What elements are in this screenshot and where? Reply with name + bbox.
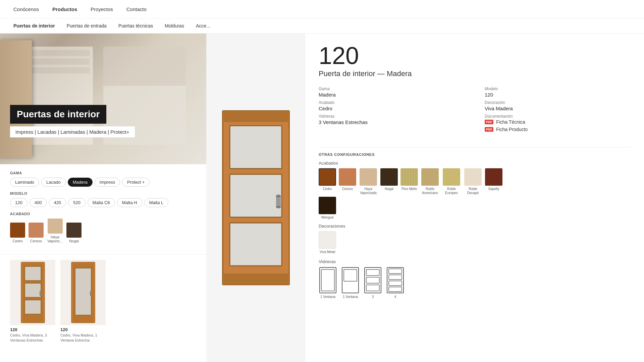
- product-name-1: 120: [60, 327, 106, 332]
- filter-malta-c6[interactable]: Malta C6: [88, 198, 115, 207]
- vidriera-three[interactable]: 3: [364, 267, 382, 299]
- info-grid: Gama Madera Modelo 120 Acabado Cedro Dec…: [319, 86, 631, 139]
- acabado-roble-am-swatch[interactable]: [421, 168, 439, 186]
- acabado-cedro-swatch[interactable]: [319, 168, 336, 186]
- filter-laminado[interactable]: Laminado: [10, 178, 39, 187]
- nav-proyectos[interactable]: Proyectos: [91, 6, 113, 12]
- ficha-producto-link[interactable]: PDF Ficha Producto: [485, 127, 631, 132]
- acabado-sapelly: Sapelly: [485, 168, 502, 195]
- left-panel: Puertas de interior Impress | Lacadas | …: [0, 34, 206, 362]
- acabados-section-label: Acabados: [319, 161, 631, 166]
- hero-banner: Puertas de interior Impress | Lacadas | …: [0, 34, 206, 164]
- filter-420[interactable]: 420: [49, 198, 66, 207]
- decoraciones-label: Decoraciones: [319, 224, 631, 229]
- acabado-haya-swatch[interactable]: [360, 168, 377, 186]
- svg-rect-8: [25, 283, 41, 297]
- gama-field-label: Gama: [319, 86, 465, 91]
- acabado-sapelly-label: Sapelly: [488, 187, 499, 191]
- subnav-tecnicas[interactable]: Puertas técnicas: [118, 23, 153, 28]
- acabado-roble-eu-label: Roble Europeo: [442, 187, 461, 195]
- right-panel: 120 Puerta de interior — Madera Gama Mad…: [206, 34, 644, 362]
- acabado-roble-eu-swatch[interactable]: [443, 168, 460, 186]
- subnav-molduras[interactable]: Molduras: [165, 23, 184, 28]
- hero-subtitle: Impress | Lacadas | Laminadas | Madera |…: [10, 126, 135, 137]
- product-card-1[interactable]: 120 Cedro, Viva Madera, 1 Ventana Estrec…: [60, 260, 106, 343]
- filter-malta-l[interactable]: Malta L: [144, 198, 169, 207]
- subnav-entrada[interactable]: Puertas de entrada: [67, 23, 107, 28]
- swatch-cerezo: Cerezo: [29, 223, 44, 243]
- nav-contacto[interactable]: Contacto: [126, 6, 147, 12]
- svg-rect-10: [40, 291, 41, 296]
- documentacion-label: Documentación: [485, 114, 631, 119]
- svg-rect-30: [230, 126, 282, 169]
- acabado-wengue-swatch[interactable]: [319, 197, 336, 214]
- svg-rect-38: [321, 269, 334, 291]
- vidriera-label-3: 4: [394, 295, 396, 299]
- hero-title: Puertas de interior: [10, 105, 106, 124]
- swatch-nogal-label: Nogal: [69, 239, 79, 243]
- swatch-cedro-color[interactable]: [10, 223, 25, 238]
- product-desc-1: Cedro, Viva Madera, 1 Ventana Estrecha: [60, 333, 106, 343]
- swatch-nogal-color[interactable]: [66, 223, 82, 238]
- product-info: 120 Puerta de interior — Madera Gama Mad…: [305, 34, 644, 362]
- nav-productos[interactable]: Productos: [52, 6, 77, 12]
- filter-madera[interactable]: Madera: [68, 178, 93, 187]
- vidriera-single-tall[interactable]: 1 Ventana: [319, 267, 337, 299]
- acabado-cerezo: Cerezo: [339, 168, 356, 195]
- product-number: 120: [319, 44, 631, 68]
- modelo-field-value: 120: [485, 92, 631, 98]
- gama-buttons: Laminado Lacado Madera Impress Protect +: [10, 178, 196, 187]
- vidriera-four[interactable]: 4: [386, 267, 405, 299]
- door-display: [206, 34, 305, 362]
- swatch-cerezo-color[interactable]: [29, 223, 44, 238]
- svg-rect-42: [366, 269, 379, 276]
- nav-conocenos[interactable]: Conócenos: [13, 6, 39, 12]
- acabados-grid-2: Wengué: [319, 197, 631, 220]
- subnav-acce[interactable]: Acce...: [196, 23, 210, 28]
- vidriera-svg-2: [364, 267, 382, 294]
- filter-protect[interactable]: Protect +: [122, 178, 150, 187]
- product-card-0[interactable]: 120 Cedro, Viva Madera, 3 Ventanas Estre…: [10, 260, 55, 343]
- ficha-tecnica-label: Ficha Técnica: [496, 119, 525, 125]
- modelo-filter: MODELO 120 400 420 520 Malta C6 Malta H …: [10, 191, 196, 207]
- filter-impress[interactable]: Impress: [95, 178, 120, 187]
- acabado-nogal-swatch[interactable]: [380, 168, 398, 186]
- acabado-roble-de-swatch[interactable]: [464, 168, 482, 186]
- swatch-haya-color[interactable]: [48, 219, 63, 234]
- main-layout: Puertas de interior Impress | Lacadas | …: [0, 34, 644, 362]
- subnav-interior[interactable]: Puertas de interior: [13, 23, 55, 28]
- acabado-cerezo-swatch[interactable]: [339, 168, 356, 186]
- svg-rect-49: [389, 287, 402, 292]
- vidriera-svg-0: [319, 267, 337, 294]
- acabado-field-value: Cedro: [319, 106, 465, 111]
- top-nav: Conócenos Productos Proyectos Contacto: [0, 0, 644, 18]
- decoracion-field-value: Viva Madera: [485, 106, 631, 111]
- modelo-buttons: 120 400 420 520 Malta C6 Malta H Malta L: [10, 198, 196, 207]
- acabado-nogal-label: Nogal: [385, 187, 393, 191]
- filter-520[interactable]: 520: [68, 198, 86, 207]
- acabado-label: ACABADO: [10, 212, 196, 216]
- vidriera-label-1: 1 Ventana: [343, 295, 358, 299]
- svg-rect-35: [276, 195, 281, 197]
- filter-400[interactable]: 400: [30, 198, 47, 207]
- vidrieras-section-label: Vidrieras: [319, 259, 631, 264]
- acabado-pino-label: Pino Melix: [401, 187, 417, 191]
- vidrieras-grid: 1 Ventana 1 Ventana: [319, 267, 631, 299]
- vidriera-label-0: 1 Ventana: [320, 295, 335, 299]
- product-desc-0: Cedro, Viva Madera, 3 Ventanas Estrechas: [10, 333, 55, 343]
- vidriera-single-short[interactable]: 1 Ventana: [341, 267, 360, 299]
- filter-lacado[interactable]: Lacado: [41, 178, 66, 187]
- ficha-tecnica-link[interactable]: PDF Ficha Técnica: [485, 119, 631, 125]
- main-door-svg: [219, 109, 293, 287]
- filter-malta-h[interactable]: Malta H: [117, 198, 142, 207]
- filter-120[interactable]: 120: [10, 198, 28, 207]
- acabado-pino-swatch[interactable]: [400, 168, 418, 186]
- acabado-sapelly-swatch[interactable]: [485, 168, 502, 186]
- acabados-grid: Cedro Cerezo Haya Vaporizada Nogal Pino …: [319, 168, 631, 195]
- otras-config-title: OTRAS CONFIGURACIONES: [319, 147, 631, 157]
- swatch-haya: Haya Vaporiz...: [47, 219, 63, 243]
- acabado-cedro: Cedro: [319, 168, 336, 195]
- svg-rect-33: [224, 274, 288, 284]
- vidrieras-field-label: Vidrieras: [319, 114, 465, 119]
- deco-viva-metal-swatch[interactable]: [319, 231, 336, 249]
